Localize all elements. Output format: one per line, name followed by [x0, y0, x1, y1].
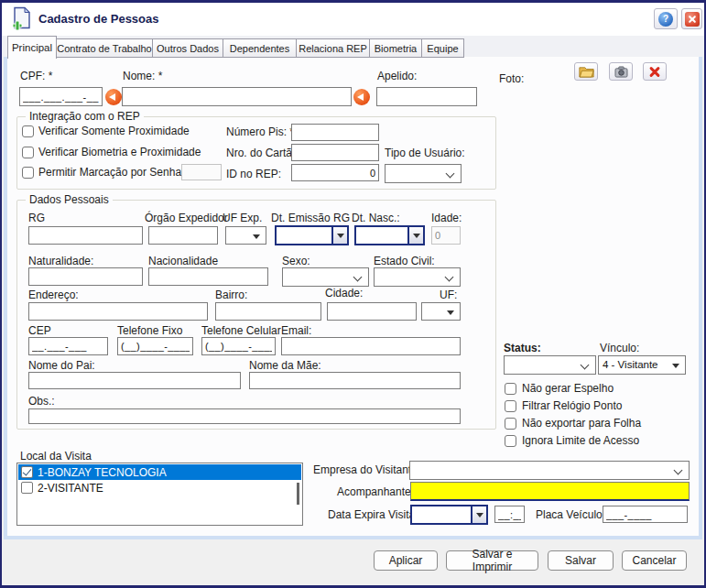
nome-label: Nome: *: [123, 70, 162, 82]
tab-relaciona-rep[interactable]: Relaciona REP: [296, 38, 370, 58]
id-rep-input[interactable]: [291, 164, 379, 181]
nao-exportar-folha-label: Não exportar para Folha: [522, 417, 641, 430]
acompanhante-label: Acompanhante: [337, 485, 411, 498]
bairro-input[interactable]: [215, 302, 321, 321]
senha-input: [181, 164, 222, 180]
obs-label: Obs.:: [28, 395, 55, 408]
tab-equipe[interactable]: Equipe: [421, 38, 464, 58]
hora-expira-input[interactable]: [494, 506, 525, 523]
item-checkbox[interactable]: [21, 482, 33, 494]
listbox-scrollbar[interactable]: [297, 483, 299, 505]
status-select[interactable]: [504, 355, 596, 375]
tab-outros-dados[interactable]: Outros Dados: [152, 38, 223, 58]
vinculo-select[interactable]: 4 - Visitante: [598, 355, 686, 375]
aplicar-button[interactable]: Aplicar: [374, 550, 438, 571]
dt-nasc-label: Dt. Nasc.:: [352, 212, 400, 224]
filtrar-relogio-ponto-label: Filtrar Relógio Ponto: [522, 399, 622, 412]
telefone-fixo-input[interactable]: [117, 337, 193, 355]
tab-dependentes[interactable]: Dependentes: [223, 38, 297, 58]
rg-label: RG: [28, 212, 45, 224]
item-checkbox[interactable]: [21, 466, 33, 478]
obs-input[interactable]: [28, 408, 461, 424]
salvar-button[interactable]: Salvar: [548, 550, 614, 571]
foto-label: Foto:: [499, 72, 524, 85]
nao-gerar-espelho-checkbox[interactable]: [505, 383, 516, 395]
placa-veiculo-label: Placa Veículo: [536, 508, 603, 521]
nome-input[interactable]: [122, 87, 352, 106]
nome-mae-input[interactable]: [249, 372, 461, 389]
permitir-marcacao-senha-checkbox[interactable]: [22, 167, 34, 179]
nacionalidade-input[interactable]: [148, 267, 268, 286]
rg-input[interactable]: [28, 226, 143, 245]
dropdown-arrow-icon: [447, 310, 454, 315]
vinculo-label: Vínculo:: [600, 342, 639, 354]
cidade-label: Cidade:: [325, 287, 363, 299]
orgao-expedidor-input[interactable]: [148, 226, 218, 245]
ignora-limite-acesso-label: Ignora Limite de Acesso: [522, 434, 639, 447]
cep-input[interactable]: [28, 337, 108, 355]
cadastro-pessoas-window: Cadastro de Pessoas ? Principal Contrato…: [0, 0, 706, 588]
permitir-marcacao-senha-label: Permitir Marcação por Senha:: [38, 166, 184, 179]
naturalidade-input[interactable]: [28, 267, 143, 286]
nome-pai-input[interactable]: [28, 372, 241, 389]
uf-exp-select[interactable]: [225, 226, 266, 245]
uf-exp-label: UF Exp.: [223, 212, 262, 224]
list-item[interactable]: 2-VISITANTE: [18, 480, 301, 495]
tipo-usuario-select[interactable]: [385, 164, 462, 183]
chevron-down-icon: [445, 273, 454, 282]
chevron-down-icon: [674, 466, 683, 475]
email-input[interactable]: [281, 337, 461, 355]
numero-pis-input[interactable]: [291, 124, 379, 141]
data-expira-visita-label: Data Expira Visita: [328, 508, 415, 521]
verificar-biometria-proximidade-label: Verificar Biometria e Proximidade: [38, 146, 201, 158]
close-icon: [685, 12, 700, 27]
dt-nasc-picker[interactable]: [354, 225, 425, 245]
help-button[interactable]: ?: [654, 8, 678, 29]
placa-veiculo-input[interactable]: [603, 506, 688, 523]
apelido-input[interactable]: [376, 87, 477, 106]
cpf-label: CPF: *: [20, 70, 52, 82]
nome-required-icon: [353, 89, 370, 105]
close-button[interactable]: [681, 8, 702, 29]
rep-group-title: Integração com o REP: [26, 110, 144, 123]
verificar-somente-proximidade-checkbox[interactable]: [22, 125, 34, 137]
local-visita-listbox[interactable]: 1-BONZAY TECNOLOGIA 2-VISITANTE: [16, 463, 303, 526]
cpf-input[interactable]: [19, 87, 103, 106]
foto-open-button[interactable]: [574, 62, 598, 81]
tab-biometria[interactable]: Biometria: [369, 38, 422, 58]
nao-exportar-folha-checkbox[interactable]: [505, 418, 516, 430]
estado-civil-select[interactable]: [374, 267, 461, 287]
naturalidade-label: Naturalidade:: [28, 255, 93, 267]
telefone-celular-label: Telefone Celular: [201, 324, 281, 337]
filtrar-relogio-ponto-checkbox[interactable]: [505, 400, 516, 412]
cancelar-button[interactable]: Cancelar: [622, 550, 687, 571]
nro-cartao-input[interactable]: [291, 144, 379, 161]
orgao-expedidor-label: Órgão Expedidor: [145, 212, 228, 224]
uf-select[interactable]: [421, 302, 461, 321]
chevron-down-icon: [353, 273, 363, 282]
id-rep-label: ID no REP:: [226, 168, 281, 180]
camera-icon: [614, 66, 628, 78]
acompanhante-input[interactable]: [410, 482, 690, 501]
foto-camera-button[interactable]: [609, 62, 633, 81]
verificar-somente-proximidade-label: Verificar Somente Proximidade: [38, 125, 190, 137]
sexo-select[interactable]: [282, 267, 369, 287]
dropdown-arrow-icon: [476, 513, 483, 517]
data-expira-visita-picker[interactable]: [410, 505, 488, 525]
nao-gerar-espelho-label: Não gerar Espelho: [522, 382, 614, 395]
tab-contrato-de-trabalho[interactable]: Contrato de Trabalho: [56, 38, 153, 58]
cidade-input[interactable]: [327, 302, 417, 321]
foto-delete-button[interactable]: [643, 62, 667, 81]
sexo-label: Sexo:: [282, 255, 310, 267]
verificar-biometria-proximidade-checkbox[interactable]: [22, 147, 34, 158]
dropdown-arrow-icon: [253, 234, 260, 239]
telefone-celular-input[interactable]: [201, 337, 276, 355]
ignora-limite-acesso-checkbox[interactable]: [505, 435, 516, 447]
empresa-visitante-select[interactable]: [409, 461, 690, 480]
cpf-required-icon: [105, 89, 122, 105]
tab-principal[interactable]: Principal: [7, 36, 57, 59]
salvar-e-imprimir-button[interactable]: Salvar e Imprimir: [446, 550, 538, 571]
dt-emissao-rg-picker[interactable]: [275, 225, 349, 245]
endereco-input[interactable]: [28, 302, 208, 321]
list-item[interactable]: 1-BONZAY TECNOLOGIA: [18, 464, 301, 480]
